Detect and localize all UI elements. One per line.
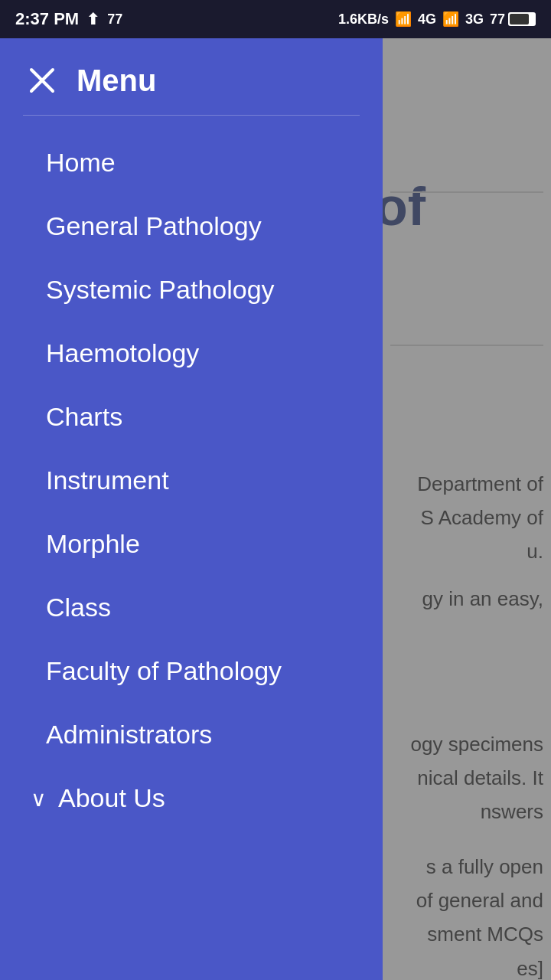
menu-item-morphle[interactable]: Morphle [0, 512, 383, 576]
signal-icon-2: 📶 [442, 11, 459, 28]
menu-item-haemotology[interactable]: Haemotology [0, 322, 383, 385]
time-display: 2:37 PM [15, 9, 79, 29]
network-speed: 1.6KB/s [338, 11, 389, 28]
network-4g: 4G [418, 11, 436, 28]
signal-icon-1: 📶 [395, 11, 412, 28]
menu-title: Menu [77, 64, 156, 98]
menu-item-faculty-of-pathology[interactable]: Faculty of Pathology [0, 639, 383, 703]
battery-indicator: 77 [490, 11, 536, 28]
menu-item-class[interactable]: Class [0, 576, 383, 639]
battery-percent: 77 [490, 11, 505, 28]
upload-icon: ⬆ [86, 10, 99, 28]
menu-item-about-us[interactable]: ∨ About Us [0, 766, 383, 830]
overlay-dim[interactable] [383, 38, 551, 980]
chevron-down-icon: ∨ [31, 786, 47, 812]
hd-badge: 77 [107, 11, 122, 28]
menu-item-instrument[interactable]: Instrument [0, 449, 383, 512]
menu-item-systemic-pathology[interactable]: Systemic Pathology [0, 258, 383, 322]
menu-items-container: Home General Pathology Systemic Patholog… [0, 116, 383, 980]
menu-item-charts[interactable]: Charts [0, 385, 383, 449]
drawer-overlay: Menu Home General Pathology Systemic Pat… [0, 38, 551, 980]
status-right: 1.6KB/s 📶 4G 📶 3G 77 [338, 11, 536, 28]
close-button[interactable] [23, 61, 61, 100]
close-icon [28, 67, 56, 94]
status-left: 2:37 PM ⬆ 77 [15, 9, 122, 29]
navigation-drawer: Menu Home General Pathology Systemic Pat… [0, 38, 383, 980]
status-bar: 2:37 PM ⬆ 77 1.6KB/s 📶 4G 📶 3G 77 [0, 0, 551, 38]
menu-item-general-pathology[interactable]: General Pathology [0, 194, 383, 258]
menu-item-administrators[interactable]: Administrators [0, 703, 383, 766]
menu-header: Menu [0, 38, 383, 115]
network-3g: 3G [465, 11, 484, 28]
menu-item-home[interactable]: Home [0, 131, 383, 194]
battery-icon [508, 12, 536, 26]
